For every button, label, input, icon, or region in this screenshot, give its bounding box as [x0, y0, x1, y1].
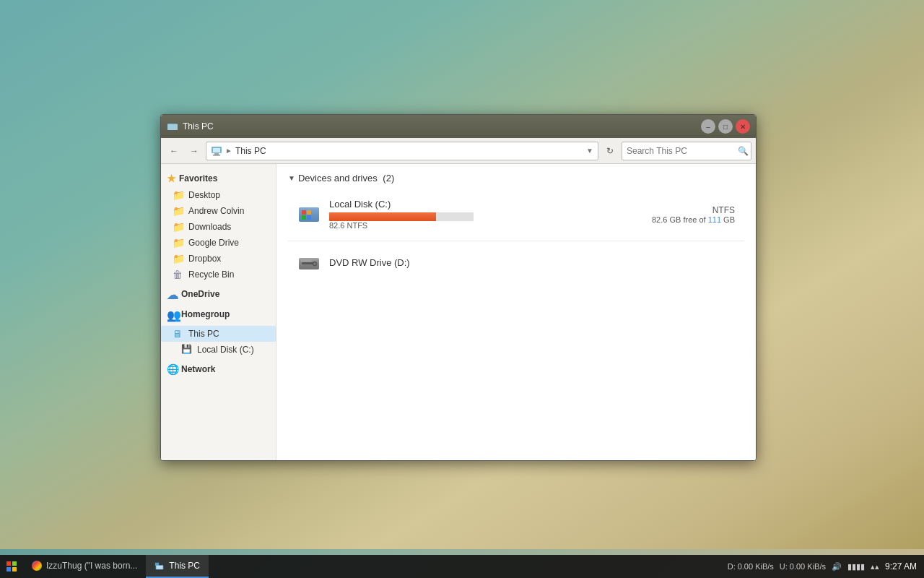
taskbar-tray: D: 0.00 KiB/s U: 0.00 KiB/s 🔊 ▮▮▮▮ ▴▴ 9:…	[720, 561, 924, 571]
upload-label: U:	[780, 562, 788, 571]
homegroup-section: 👥 Homegroup	[161, 306, 276, 323]
svg-rect-2	[167, 124, 178, 130]
sidebar-item-google-drive[interactable]: 📁 Google Drive	[161, 235, 276, 251]
this-pc-icon	[211, 145, 222, 157]
devices-drives-header: ▼ Devices and drives (2)	[288, 173, 744, 184]
favorites-star-icon: ★	[167, 173, 176, 184]
svg-rect-5	[214, 153, 219, 155]
svg-rect-4	[213, 148, 220, 152]
sidebar-item-this-pc[interactable]: 🖥 This PC	[161, 326, 276, 342]
svg-rect-11	[302, 215, 306, 220]
drive-item-d[interactable]: DVD RW Drive (D:)	[288, 246, 744, 282]
taskbar-tabs: IzzuThug ("I was born... This PC	[23, 555, 720, 578]
sidebar-item-downloads[interactable]: 📁 Downloads	[161, 219, 276, 235]
search-input[interactable]	[627, 146, 735, 156]
homegroup-icon: 👥	[167, 309, 178, 320]
andrew-folder-icon: 📁	[173, 205, 184, 217]
onedrive-section: ☁ OneDrive	[161, 285, 276, 303]
drive-c-stats: NTFS 82.6 GB free of 111 GB	[619, 205, 735, 224]
maximize-button[interactable]: □	[718, 119, 733, 134]
drive-c-free: 82.6 GB free of 111 GB	[652, 215, 735, 224]
svg-rect-9	[302, 210, 306, 215]
drive-c-bar-fill	[329, 212, 436, 221]
section-title: Devices and drives (2)	[298, 173, 394, 184]
drive-c-filesystem: NTFS	[677, 205, 735, 215]
taskbar: IzzuThug ("I was born... This PC D: 0.00…	[0, 555, 924, 578]
drive-c-total: 111	[708, 215, 721, 224]
sidebar-item-dropbox[interactable]: 📁 Dropbox	[161, 251, 276, 267]
search-box[interactable]: 🔍	[622, 142, 751, 160]
drive-d-info: DVD RW Drive (D:)	[329, 257, 735, 271]
speaker-icon[interactable]: 🔊	[832, 562, 842, 571]
download-label: D:	[728, 562, 736, 571]
favorites-header[interactable]: ★ Favorites	[161, 170, 276, 187]
onedrive-icon: ☁	[167, 288, 178, 300]
window-controls: – □ ✕	[701, 119, 750, 134]
taskbar-tab-explorer[interactable]: This PC	[146, 555, 209, 578]
svg-rect-18	[301, 259, 311, 262]
drive-item-c[interactable]: Local Disk (C:) 82.6 NTFS NTFS	[288, 192, 744, 236]
section-collapse-icon[interactable]: ▼	[288, 174, 295, 182]
drive-d-name: DVD RW Drive (D:)	[329, 257, 735, 268]
svg-rect-10	[307, 210, 311, 215]
desktop-folder-icon: 📁	[173, 189, 184, 201]
google-drive-icon: 📁	[173, 237, 184, 249]
back-button[interactable]: ←	[165, 142, 183, 160]
svg-rect-15	[302, 262, 313, 264]
homegroup-header[interactable]: 👥 Homegroup	[161, 306, 276, 323]
hdd-icon	[297, 203, 321, 226]
explorer-favicon-icon	[154, 561, 165, 571]
svg-rect-20	[12, 561, 17, 566]
chrome-tab-label: IzzuThug ("I was born...	[46, 561, 137, 571]
toolbar: ← → ► This PC ▼ ↻ 🔍	[161, 138, 756, 164]
downloads-label: Downloads	[188, 222, 231, 232]
network-section: 🌐 Network	[161, 361, 276, 378]
taskbar-tab-chrome[interactable]: IzzuThug ("I was born...	[23, 555, 146, 578]
content-area: ★ Favorites 📁 Desktop 📁 Andrew Colvin 📁 …	[161, 164, 756, 460]
upload-speed: U: 0.00 KiB/s	[780, 562, 826, 571]
local-disk-sidebar-label: Local Disk (C:)	[197, 345, 254, 355]
forward-button[interactable]: →	[186, 142, 203, 160]
file-area: ▼ Devices and drives (2)	[276, 164, 756, 460]
onedrive-header[interactable]: ☁ OneDrive	[161, 285, 276, 303]
close-button[interactable]: ✕	[736, 119, 750, 134]
svg-rect-12	[307, 215, 311, 220]
dvd-icon	[297, 252, 321, 275]
svg-rect-21	[6, 567, 11, 571]
svg-rect-6	[213, 155, 220, 156]
address-path: This PC	[235, 146, 266, 156]
onedrive-label: OneDrive	[181, 289, 219, 299]
download-speed: D: 0.00 KiB/s	[728, 562, 774, 571]
download-speed-value: 0.00 KiB/s	[738, 562, 774, 571]
network-label: Network	[181, 364, 215, 374]
svg-rect-25	[157, 566, 163, 569]
minimize-button[interactable]: –	[701, 119, 715, 134]
system-time: 9:27 AM	[885, 561, 917, 571]
recycle-bin-label: Recycle Bin	[188, 269, 234, 280]
drive-c-bar-container	[329, 212, 474, 221]
local-disk-sidebar-icon: 💾	[181, 344, 193, 355]
sidebar-item-desktop[interactable]: 📁 Desktop	[161, 187, 276, 203]
this-pc-sidebar-label: This PC	[188, 329, 219, 339]
section-count: (2)	[383, 173, 394, 184]
network-header[interactable]: 🌐 Network	[161, 361, 276, 378]
upload-speed-value: 0.00 KiB/s	[790, 562, 826, 571]
sidebar-item-recycle-bin[interactable]: 🗑 Recycle Bin	[161, 267, 276, 282]
sidebar-item-andrew-colvin[interactable]: 📁 Andrew Colvin	[161, 203, 276, 219]
homegroup-label: Homegroup	[181, 309, 230, 319]
this-pc-sidebar-icon: 🖥	[173, 328, 184, 340]
google-drive-label: Google Drive	[188, 238, 239, 248]
title-bar-icon	[167, 121, 178, 132]
address-dropdown-icon[interactable]: ▼	[586, 147, 593, 155]
search-icon[interactable]: 🔍	[738, 146, 749, 156]
dropbox-icon: 📁	[173, 253, 184, 264]
explorer-tab-label: This PC	[169, 561, 200, 571]
refresh-button[interactable]: ↻	[601, 142, 619, 160]
sidebar: ★ Favorites 📁 Desktop 📁 Andrew Colvin 📁 …	[161, 164, 276, 460]
downloads-folder-icon: 📁	[173, 221, 184, 233]
drive-list: Local Disk (C:) 82.6 NTFS NTFS	[288, 192, 744, 282]
sidebar-item-local-disk[interactable]: 💾 Local Disk (C:)	[161, 342, 276, 358]
start-button[interactable]	[0, 555, 23, 578]
chrome-favicon-icon	[32, 561, 42, 571]
address-bar[interactable]: ► This PC ▼	[206, 142, 598, 160]
